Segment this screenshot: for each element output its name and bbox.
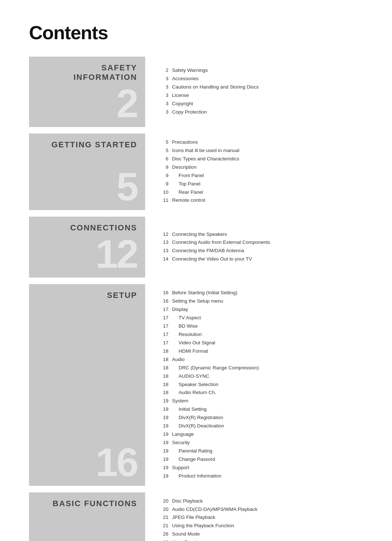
item-page-number: 26: [158, 530, 168, 538]
item-page-number: 18: [158, 364, 168, 372]
item-page-number: 17: [158, 331, 168, 339]
item-label: Cautions on Handling and Storing Discs: [172, 83, 259, 91]
section-block-connections: CONNECTIONS12: [29, 217, 145, 278]
item-label: Icons that ill be used in manual: [172, 147, 239, 155]
list-item: 13Connecting the FM/DAB Antenna: [158, 247, 363, 255]
item-label: Mute Function: [172, 539, 203, 541]
item-label: Precautions: [172, 139, 198, 146]
item-label: Display: [172, 306, 188, 313]
item-label: Audio CD(CD-DA)/MP3/WMA Playback: [172, 506, 258, 513]
list-item: 19Change Passord: [158, 456, 363, 463]
list-item: 19DivX(R) Registration: [158, 414, 363, 422]
list-item: 19Initial Setting: [158, 406, 363, 413]
section-items-connections: 12Connecting the Speakers13Connecting Au…: [145, 217, 363, 278]
item-label: Audio: [172, 356, 185, 364]
list-item: 18Speaker Selection: [158, 381, 363, 389]
list-item: 18HDMI Format: [158, 348, 363, 355]
item-label: Connecting Audio from External Component…: [172, 239, 270, 246]
list-item: 20Disc Playback: [158, 497, 363, 505]
item-label: Setting the Setup menu: [172, 298, 223, 305]
item-page-number: 10: [158, 189, 168, 196]
list-item: 3License: [158, 92, 363, 99]
item-page-number: 2: [158, 67, 168, 74]
item-label: DivX(R) Deactivation: [172, 422, 224, 430]
list-item: 9Top Panel: [158, 180, 363, 188]
section-title-basic-functions: BASIC FUNCTIONS: [53, 499, 137, 508]
list-item: 19Support: [158, 464, 363, 472]
list-item: 12Connecting the Speakers: [158, 231, 363, 238]
item-page-number: 19: [158, 472, 168, 480]
item-label: Support: [172, 464, 189, 472]
item-page-number: 11: [158, 197, 168, 204]
list-item: 16Before Starting (Initial Setting): [158, 289, 363, 297]
section-block-getting-started: GETTING STARTED5: [29, 134, 145, 210]
item-label: Speaker Selection: [172, 381, 219, 389]
item-label: BD Wise: [172, 323, 198, 330]
item-page-number: 19: [158, 439, 168, 447]
item-label: Language: [172, 431, 194, 438]
item-label: Connecting the Speakers: [172, 231, 227, 238]
item-label: Front Panel: [172, 172, 204, 180]
item-page-number: 19: [158, 431, 168, 438]
item-page-number: 5: [158, 147, 168, 155]
item-page-number: 6: [158, 155, 168, 163]
item-page-number: 3: [158, 83, 168, 91]
item-page-number: 17: [158, 306, 168, 313]
item-label: Resolution: [172, 331, 202, 339]
list-item: 17BD Wise: [158, 323, 363, 330]
list-item: 9Description: [158, 164, 363, 171]
section-items-safety-information: 2Safety Warnings3Accessories3Cautions on…: [145, 57, 363, 127]
page-title: Contents: [29, 22, 363, 44]
list-item: 18Audio Return Ch.: [158, 389, 363, 397]
item-label: Before Starting (Initial Setting): [172, 289, 237, 297]
item-label: Security: [172, 439, 190, 447]
item-page-number: 19: [158, 414, 168, 422]
sections-container: SAFETY INFORMATION22Safety Warnings3Acce…: [29, 57, 363, 541]
item-label: TV Aspect: [172, 314, 201, 322]
item-page-number: 18: [158, 348, 168, 355]
list-item: 11Remote control: [158, 197, 363, 204]
list-item: 3Copy Protection: [158, 108, 363, 116]
item-label: Accessories: [172, 75, 199, 83]
item-page-number: 21: [158, 522, 168, 530]
item-label: Connecting the FM/DAB Antenna: [172, 247, 244, 255]
item-page-number: 21: [158, 514, 168, 521]
section-number-setup: 16: [96, 442, 137, 482]
item-page-number: 13: [158, 247, 168, 255]
item-page-number: 17: [158, 314, 168, 322]
item-label: Using the Playback Function: [172, 522, 234, 530]
item-label: Rear Panel: [172, 189, 203, 196]
list-item: 9Front Panel: [158, 172, 363, 180]
item-page-number: 18: [158, 381, 168, 389]
list-item: 18AUDIO-SYNC: [158, 373, 363, 380]
item-page-number: 14: [158, 255, 168, 263]
item-page-number: 18: [158, 356, 168, 364]
item-page-number: 12: [158, 231, 168, 238]
list-item: 18Audio: [158, 356, 363, 364]
list-item: 17Video Out Signal: [158, 339, 363, 347]
list-item: 17TV Aspect: [158, 314, 363, 322]
item-label: Disc Types and Characteristics: [172, 155, 239, 163]
section-block-safety-information: SAFETY INFORMATION2: [29, 57, 145, 127]
item-page-number: 13: [158, 239, 168, 246]
item-page-number: 17: [158, 323, 168, 330]
item-page-number: 17: [158, 339, 168, 347]
list-item: 16Setting the Setup menu: [158, 298, 363, 305]
item-label: Copy Protection: [172, 108, 207, 116]
item-page-number: 19: [158, 456, 168, 463]
item-label: Safety Warnings: [172, 67, 208, 74]
list-item: 21JPEG File Playback: [158, 514, 363, 521]
list-item: 20Audio CD(CD-DA)/MP3/WMA Playback: [158, 506, 363, 513]
section-block-basic-functions: BASIC FUNCTIONS20: [29, 492, 145, 541]
section-row-basic-functions: BASIC FUNCTIONS2020Disc Playback20Audio …: [29, 492, 363, 541]
item-page-number: 9: [158, 180, 168, 188]
list-item: 3Accessories: [158, 75, 363, 83]
list-item: 5Icons that ill be used in manual: [158, 147, 363, 155]
list-item: 19System: [158, 397, 363, 405]
section-row-getting-started: GETTING STARTED55Precautions5Icons that …: [29, 134, 363, 210]
section-items-basic-functions: 20Disc Playback20Audio CD(CD-DA)/MP3/WMA…: [145, 492, 363, 541]
section-items-setup: 16Before Starting (Initial Setting)16Set…: [145, 284, 363, 485]
section-title-getting-started: GETTING STARTED: [52, 140, 137, 149]
list-item: 3Copyright: [158, 100, 363, 108]
item-page-number: 18: [158, 389, 168, 397]
